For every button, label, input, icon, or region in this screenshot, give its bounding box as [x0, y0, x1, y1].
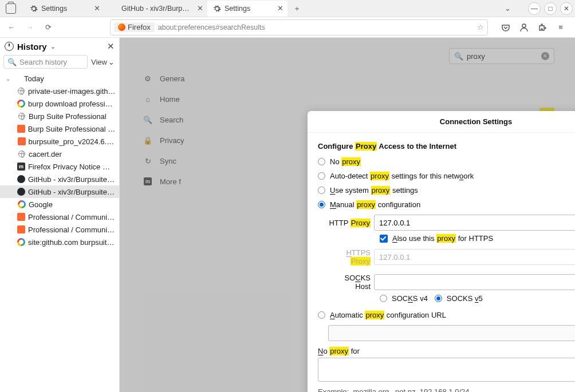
favicon [17, 87, 25, 95]
history-item[interactable]: mFirefox Privacy Notice — Mo… [0, 160, 119, 173]
toolbar-right: ≡ [501, 22, 570, 33]
section-heading: Configure Proxy Access to the Internet [318, 141, 575, 151]
tab-0[interactable]: Settings ✕ [24, 1, 104, 17]
account-icon[interactable] [519, 22, 529, 33]
identity-chip[interactable]: Firefox [114, 22, 155, 32]
reload-button[interactable]: ⟳ [41, 21, 55, 34]
radio-icon [318, 201, 325, 208]
favicon [17, 238, 25, 246]
gear-icon [30, 5, 38, 13]
radio-manual-proxy[interactable]: Manual proxy configuration [318, 200, 575, 209]
pocket-icon[interactable] [501, 22, 511, 33]
favicon [18, 150, 26, 158]
app-icon [6, 3, 16, 14]
history-item[interactable]: GitHub - xiv3r/Burpsuite-Pro… [0, 185, 119, 198]
chevron-down-icon[interactable]: ⌄ [505, 4, 511, 13]
view-button[interactable]: View⌄ [90, 58, 116, 66]
radio-icon [435, 295, 442, 302]
gear-icon [213, 5, 221, 13]
bookmark-icon[interactable]: ☆ [477, 23, 484, 31]
also-use-https[interactable]: Also use this proxy for HTTPS [380, 234, 575, 243]
extensions-icon[interactable] [537, 22, 548, 33]
socks-host-input[interactable] [374, 274, 575, 290]
maximize-button[interactable]: □ [544, 2, 557, 15]
favicon [17, 125, 25, 133]
menu-icon[interactable]: ≡ [556, 22, 566, 33]
radio-icon [318, 187, 325, 194]
radio-pac-url[interactable]: Automatic proxy configuration URL [318, 311, 575, 319]
history-item[interactable]: burpsuite_pro_v2024.6.6.jar [0, 135, 119, 148]
tab-1[interactable]: GitHub - xiv3r/Burpsuite-… ✕ [104, 1, 207, 17]
radio-socks5[interactable]: SOCKS v5 [435, 294, 483, 303]
content-area: 🔍 proxy ✕ ⚙Genera ⌂Home 🔍Search 🔒Privacy… [120, 38, 575, 392]
close-icon[interactable]: ✕ [196, 5, 204, 13]
history-item[interactable]: GitHub - xiv3r/Burpsuite-Pro… [0, 173, 119, 185]
history-item[interactable]: cacert.der [0, 148, 119, 160]
connection-settings-modal: Connection Settings ✕ Configure Proxy Ac… [308, 111, 575, 392]
hint-example: Example: .mozilla.org, .net.nz, 192.168.… [318, 387, 575, 392]
back-button[interactable]: ← [5, 21, 18, 34]
radio-icon [380, 295, 387, 302]
clock-icon [5, 42, 14, 51]
http-proxy-input[interactable] [374, 215, 575, 231]
url-bar[interactable]: Firefox about:preferences#searchResults … [110, 19, 488, 35]
https-proxy-input [374, 249, 575, 265]
history-item[interactable]: Professional / Community 2… [0, 211, 119, 223]
favicon: m [17, 163, 25, 171]
new-tab-button[interactable]: ＋ [290, 2, 304, 15]
checkbox-icon [380, 235, 388, 243]
github-icon [110, 5, 118, 13]
tab-bar: Settings ✕ GitHub - xiv3r/Burpsuite-… ✕ … [2, 1, 505, 17]
tab-2[interactable]: Settings ✕ [207, 1, 288, 17]
no-proxy-input[interactable] [318, 358, 575, 382]
url-text: about:preferences#searchResults [158, 23, 474, 31]
radio-system-proxy[interactable]: Use system proxy settings [318, 186, 575, 195]
close-icon[interactable]: ✕ [107, 41, 115, 52]
history-item[interactable]: site:github.com burpsuite pr… [0, 236, 119, 248]
http-proxy-row: HTTP Proxy Port [328, 215, 575, 231]
radio-auto-detect[interactable]: Auto-detect proxy settings for this netw… [318, 172, 575, 180]
favicon [17, 213, 25, 221]
search-placeholder: Search history [19, 58, 67, 66]
tab-title: Settings [41, 5, 89, 13]
history-item[interactable]: Burp Suite Professional [0, 110, 119, 122]
close-button[interactable]: ✕ [560, 2, 573, 15]
favicon [17, 175, 25, 183]
chevron-down-icon[interactable]: ⌄ [50, 43, 56, 50]
favicon [17, 100, 25, 108]
tree-today[interactable]: ⌄ Today [0, 72, 119, 85]
modal-title: Connection Settings [440, 117, 512, 126]
radio-icon [318, 311, 325, 319]
no-proxy-label: No proxy for [318, 347, 575, 355]
pac-url-input [328, 325, 575, 341]
caret-icon: ⌄ [6, 76, 10, 82]
sidebar-title: History [17, 42, 47, 52]
history-item[interactable]: Google [0, 198, 119, 211]
forward-button[interactable]: → [23, 21, 37, 34]
radio-socks4[interactable]: SOCKS v4 [380, 294, 428, 303]
tab-title: GitHub - xiv3r/Burpsuite-… [121, 5, 192, 13]
history-item[interactable]: Professional / Community 2… [0, 223, 119, 236]
search-icon: 🔍 [7, 58, 17, 66]
close-icon[interactable]: ✕ [93, 5, 101, 13]
minimize-button[interactable]: — [528, 2, 541, 15]
chevron-down-icon: ⌄ [108, 58, 115, 66]
window-buttons: — □ ✕ [528, 2, 573, 15]
history-item[interactable]: private-user-images.githubu… [0, 85, 119, 97]
history-sidebar: History ⌄ ✕ 🔍 Search history View⌄ ⌄ Tod… [0, 38, 120, 392]
history-item[interactable]: burp download professional… [0, 97, 119, 110]
favicon [18, 137, 26, 145]
https-proxy-row: HTTPS Proxy Port [328, 248, 575, 266]
search-history-input[interactable]: 🔍 Search history [3, 55, 88, 69]
favicon [17, 188, 25, 196]
radio-icon [318, 158, 325, 165]
favicon [18, 200, 26, 208]
radio-no-proxy[interactable]: No proxy [318, 157, 575, 166]
favicon [17, 225, 25, 233]
close-icon[interactable]: ✕ [276, 5, 284, 13]
history-item[interactable]: Burp Suite Professional - Por… [0, 122, 119, 135]
sidebar-header: History ⌄ ✕ [0, 38, 119, 55]
svg-point-0 [522, 24, 526, 27]
socks-host-row: SOCKS Host Port [328, 274, 575, 291]
identity-label: Firefox [128, 23, 151, 31]
